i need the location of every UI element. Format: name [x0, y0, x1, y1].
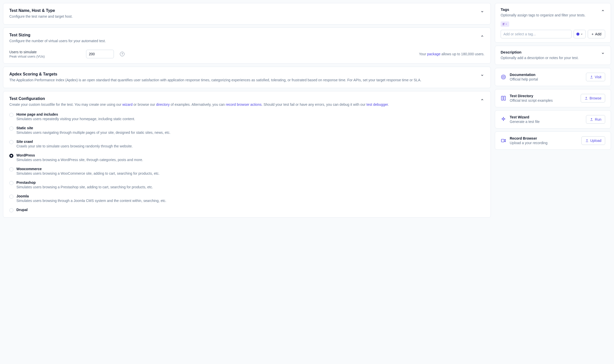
plus-icon: + [592, 32, 594, 36]
option-title: Joomla [16, 194, 166, 198]
section-subtitle: Create your custom locustfile for the te… [9, 102, 477, 107]
config-option[interactable]: Home page and includesSimulates users re… [9, 112, 484, 121]
action-label: Browse [590, 96, 601, 100]
package-link[interactable]: package [427, 52, 441, 56]
chevron-down-icon[interactable] [480, 9, 484, 14]
section-subtitle: Optionally assign tags to organize and f… [501, 13, 598, 18]
chevron-down-icon [580, 33, 583, 35]
chevron-down-icon[interactable] [601, 51, 605, 56]
resource-title: Test Directory [510, 94, 577, 98]
option-desc: Simulates users browsing a WordPress sit… [16, 158, 143, 162]
record-link[interactable]: record browser actions [226, 102, 262, 107]
resource-action-button[interactable]: Browse [581, 94, 605, 102]
config-option[interactable]: JoomlaSimulates users browsing through a… [9, 194, 484, 203]
config-option[interactable]: WoocommerceSimulates users browsing a Wo… [9, 167, 484, 175]
resource-sub: Upload a your recording [510, 141, 578, 145]
section-tags: Tags Optionally assign tags to organize … [495, 3, 611, 43]
radio-icon [9, 140, 13, 144]
svg-point-1 [502, 76, 504, 78]
section-title: Tags [501, 7, 598, 12]
book-icon [501, 95, 506, 101]
resource-sub: Official test script examples [510, 98, 577, 102]
resource-card: DocumentationOfficial help portalVisit [495, 68, 611, 86]
option-title: Woocommerce [16, 167, 160, 171]
sparkle-icon [501, 117, 506, 122]
option-title: Prestashop [16, 180, 153, 185]
action-label: Visit [595, 75, 601, 79]
option-desc: Simulates users browsing through a Jooml… [16, 199, 166, 203]
resource-card: Test WizardGenerate a test fileRun [495, 110, 611, 128]
section-subtitle: Configure the number of virtual users fo… [9, 38, 477, 44]
resource-card: Test DirectoryOfficial test script examp… [495, 89, 611, 107]
option-title: WordPress [16, 153, 143, 157]
section-title: Apdex Scoring & Targets [9, 72, 477, 76]
section-test-sizing: Test Sizing Configure the number of virt… [3, 28, 491, 64]
section-title: Test Name, Host & Type [9, 8, 477, 13]
radio-icon [9, 113, 13, 117]
upload-icon [585, 139, 589, 142]
radio-icon [9, 208, 13, 212]
users-label: Users to simulate [9, 50, 80, 54]
action-label: Upload [590, 139, 601, 143]
resource-sub: Official help portal [510, 77, 582, 81]
resource-action-button[interactable]: Visit [586, 73, 605, 81]
chevron-down-icon[interactable] [480, 73, 484, 77]
upload-icon [590, 118, 593, 121]
help-icon [501, 74, 506, 80]
option-title: Static site [16, 126, 170, 130]
option-title: Home page and includes [16, 112, 135, 116]
chevron-up-icon[interactable] [480, 97, 484, 102]
resource-title: Test Wizard [510, 115, 582, 119]
chevron-up-icon[interactable] [480, 34, 484, 38]
config-option[interactable]: PrestashopSimulates users browsing a Pre… [9, 180, 484, 189]
add-tag-button[interactable]: + Add [588, 30, 605, 38]
directory-link[interactable]: directory [156, 102, 170, 107]
option-desc: Simulates users repeatedly visiting your… [16, 117, 135, 121]
config-option[interactable]: Drupal [9, 208, 484, 212]
resource-action-button[interactable]: Upload [581, 136, 605, 145]
chevron-up-icon[interactable] [601, 8, 605, 13]
tag-chip[interactable]: lf× [501, 21, 509, 27]
users-input[interactable] [86, 50, 114, 58]
debugger-link[interactable]: test debugger [367, 102, 388, 107]
help-icon[interactable]: ? [120, 52, 124, 56]
package-allowance: Your package allows up to 180,000 users. [419, 52, 484, 56]
section-title: Test Configuration [9, 96, 477, 101]
tag-label: lf [503, 22, 504, 26]
tag-input[interactable] [501, 30, 572, 38]
action-label: Run [595, 117, 601, 121]
option-desc: Simulates users navigating through multi… [16, 131, 170, 135]
config-option[interactable]: Site crawlCrawls your site to simulate u… [9, 140, 484, 148]
radio-icon [9, 126, 13, 131]
option-desc: Crawls your site to simulate users brows… [16, 144, 133, 148]
users-hint: Peak virtual users (VUs) [9, 55, 80, 58]
radio-icon [9, 195, 13, 199]
option-desc: Simulates users browsing a WooCommerce s… [16, 171, 160, 175]
wizard-link[interactable]: wizard [122, 102, 132, 107]
resource-sub: Generate a test file [510, 120, 582, 124]
tag-color-picker[interactable] [574, 30, 586, 38]
config-option[interactable]: Static siteSimulates users navigating th… [9, 126, 484, 135]
radio-icon [9, 181, 13, 185]
svg-rect-2 [501, 139, 504, 142]
add-label: Add [595, 32, 601, 36]
upload-icon [584, 96, 588, 100]
section-title: Description [501, 50, 598, 54]
section-subtitle: The Application Performance Index (Apdex… [9, 77, 477, 83]
upload-icon [590, 75, 593, 79]
section-subtitle: Configure the test name and target host. [9, 14, 477, 19]
resource-card: Record BrowserUpload a your recordingUpl… [495, 132, 611, 150]
config-option[interactable]: WordPressSimulates users browsing a Word… [9, 153, 484, 162]
section-subtitle: Optionally add a description or notes fo… [501, 55, 598, 61]
radio-icon [9, 154, 13, 158]
option-title: Site crawl [16, 140, 133, 144]
option-title: Drupal [16, 208, 28, 212]
resource-action-button[interactable]: Run [586, 115, 605, 124]
svg-point-0 [501, 75, 506, 79]
section-name-host: Test Name, Host & Type Configure the tes… [3, 3, 491, 24]
section-test-configuration: Test Configuration Create your custom lo… [3, 91, 491, 218]
close-icon[interactable]: × [505, 22, 507, 26]
resource-title: Record Browser [510, 136, 578, 140]
section-apdex: Apdex Scoring & Targets The Application … [3, 67, 491, 88]
color-swatch-icon [576, 33, 579, 36]
